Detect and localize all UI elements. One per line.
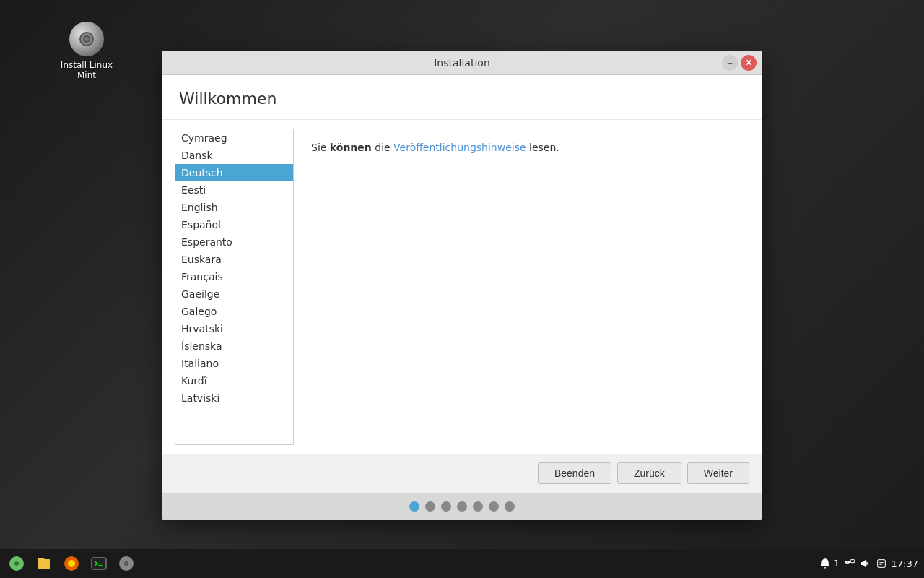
page-header: Willkommen	[162, 75, 762, 120]
language-item-gaeilge[interactable]: Gaeilge	[175, 285, 293, 303]
disc-icon	[69, 22, 104, 56]
taskbar-files-icon[interactable]	[31, 551, 57, 577]
language-item-english[interactable]: English	[175, 199, 293, 216]
window-titlebar: Installation – ✕	[162, 51, 762, 75]
window-footer: Beenden Zurück Weiter	[162, 454, 762, 520]
window-title: Installation	[434, 57, 490, 69]
progress-dot-1	[425, 501, 435, 512]
svg-point-2	[68, 560, 75, 567]
minimize-button[interactable]: –	[722, 55, 738, 71]
package-indicator[interactable]	[876, 558, 887, 569]
network-indicator[interactable]	[844, 558, 855, 569]
volume-indicator[interactable]	[860, 558, 871, 569]
desktop-icon-label: Install Linux Mint	[58, 60, 116, 80]
installation-window: Installation – ✕ Willkommen CymraegDansk…	[162, 51, 762, 520]
footer-buttons: Beenden Zurück Weiter	[162, 454, 762, 493]
language-item-cymraeg[interactable]: Cymraeg	[175, 129, 293, 147]
language-item-islenska[interactable]: Íslenska	[175, 337, 293, 355]
language-item-eesti[interactable]: Eesti	[175, 181, 293, 199]
notification-count: 1	[834, 558, 840, 569]
svg-rect-3	[92, 558, 106, 569]
taskbar-mint-icon[interactable]	[4, 551, 30, 577]
language-item-esperanto[interactable]: Esperanto	[175, 233, 293, 251]
taskbar-firefox-icon[interactable]	[58, 551, 84, 577]
notification-indicator[interactable]: 1	[819, 558, 840, 569]
language-item-italiano[interactable]: Italiano	[175, 355, 293, 372]
taskbar-terminal-icon[interactable]	[86, 551, 112, 577]
taskbar-disc-icon[interactable]	[113, 551, 139, 577]
language-item-latviski[interactable]: Latviski	[175, 389, 293, 407]
taskbar-left	[0, 551, 139, 577]
language-item-dansk[interactable]: Dansk	[175, 147, 293, 164]
quit-button[interactable]: Beenden	[538, 462, 611, 484]
main-area: CymraegDanskDeutschEestiEnglishEspañolEs…	[162, 120, 762, 454]
forward-button[interactable]: Weiter	[687, 462, 749, 484]
svg-rect-11	[850, 560, 854, 563]
language-item-francais[interactable]: Français	[175, 268, 293, 285]
release-notes-text: Sie können die Veröffentlichungshinweise…	[311, 140, 745, 155]
progress-dot-2	[441, 501, 451, 512]
page-title: Willkommen	[179, 90, 745, 108]
install-linux-mint-icon[interactable]: Install Linux Mint	[58, 22, 116, 80]
svg-rect-12	[877, 560, 885, 568]
language-list[interactable]: CymraegDanskDeutschEestiEnglishEspañolEs…	[175, 129, 294, 445]
progress-dot-5	[489, 501, 499, 512]
language-item-hrvatski[interactable]: Hrvatski	[175, 320, 293, 337]
language-item-kurdi[interactable]: Kurdî	[175, 372, 293, 389]
progress-dots	[162, 493, 762, 520]
language-item-euskara[interactable]: Euskara	[175, 251, 293, 268]
progress-dot-4	[473, 501, 483, 512]
progress-dot-0	[409, 501, 419, 512]
taskbar: 1 17:37	[0, 549, 924, 578]
language-item-espanol[interactable]: Español	[175, 216, 293, 233]
language-item-galego[interactable]: Galego	[175, 303, 293, 320]
back-button[interactable]: Zurück	[617, 462, 681, 484]
language-item-deutsch[interactable]: Deutsch	[175, 164, 293, 181]
taskbar-time: 17:37	[892, 558, 918, 569]
progress-dot-6	[505, 501, 515, 512]
svg-point-7	[126, 563, 127, 564]
release-notes-link[interactable]: Veröffentlichungshinweise	[393, 142, 526, 153]
window-content: Willkommen CymraegDanskDeutschEestiEngli…	[162, 75, 762, 454]
window-controls: – ✕	[722, 55, 757, 71]
progress-dot-3	[457, 501, 467, 512]
close-button[interactable]: ✕	[741, 55, 757, 71]
right-panel: Sie können die Veröffentlichungshinweise…	[294, 129, 762, 445]
taskbar-right: 1 17:37	[819, 558, 924, 569]
desktop: Install Linux Mint Installation – ✕ Will…	[0, 0, 924, 578]
